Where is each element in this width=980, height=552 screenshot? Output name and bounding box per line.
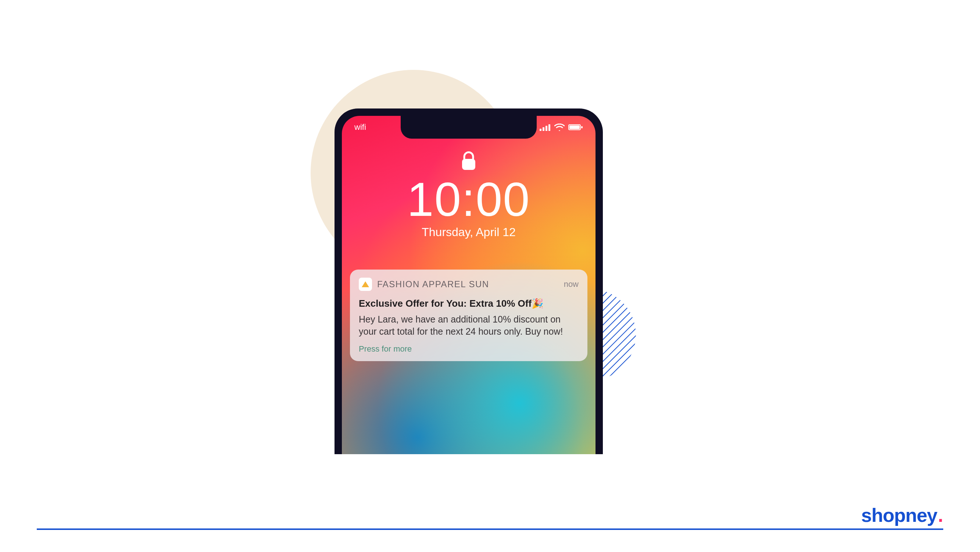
svg-rect-3 — [539, 129, 541, 131]
app-logo-triangle-icon — [362, 281, 369, 287]
lock-screen-time: 10:00 — [342, 174, 595, 225]
brand-dot: . — [938, 504, 943, 526]
svg-rect-9 — [581, 126, 582, 128]
notification-title: Exclusive Offer for You: Extra 10% Off🎉 — [359, 298, 579, 310]
notification-header: FASHION APPAREL SUN now — [359, 278, 579, 291]
status-right-icons — [539, 124, 583, 131]
battery-icon — [568, 124, 583, 131]
brand-name: shopney — [861, 504, 937, 526]
lock-icon — [461, 151, 477, 173]
svg-rect-8 — [570, 125, 580, 129]
notification-timestamp: now — [564, 279, 579, 289]
cellular-signal-icon — [539, 124, 550, 131]
footer-divider-line — [37, 528, 943, 530]
wifi-icon — [554, 124, 565, 131]
notification-app-name: FASHION APPAREL SUN — [377, 279, 559, 289]
svg-rect-5 — [546, 126, 547, 131]
status-wifi-label: wifi — [354, 123, 398, 132]
notification-press-for-more[interactable]: Press for more — [359, 344, 579, 354]
notification-body: Hey Lara, we have an additional 10% disc… — [359, 313, 579, 338]
lock-screen-header: 10:00 Thursday, April 12 — [342, 151, 595, 239]
phone-screen: wifi — [342, 116, 595, 454]
svg-rect-6 — [549, 124, 550, 131]
push-notification-card[interactable]: FASHION APPAREL SUN now Exclusive Offer … — [350, 270, 587, 361]
lock-screen-date: Thursday, April 12 — [342, 225, 595, 239]
brand-logo: shopney . — [853, 504, 943, 526]
phone-notch — [401, 116, 537, 139]
svg-rect-10 — [462, 159, 475, 170]
notification-app-icon — [359, 278, 372, 291]
svg-rect-4 — [542, 127, 544, 131]
promo-canvas: wifi — [0, 0, 980, 552]
phone-mockup: wifi — [334, 108, 603, 454]
